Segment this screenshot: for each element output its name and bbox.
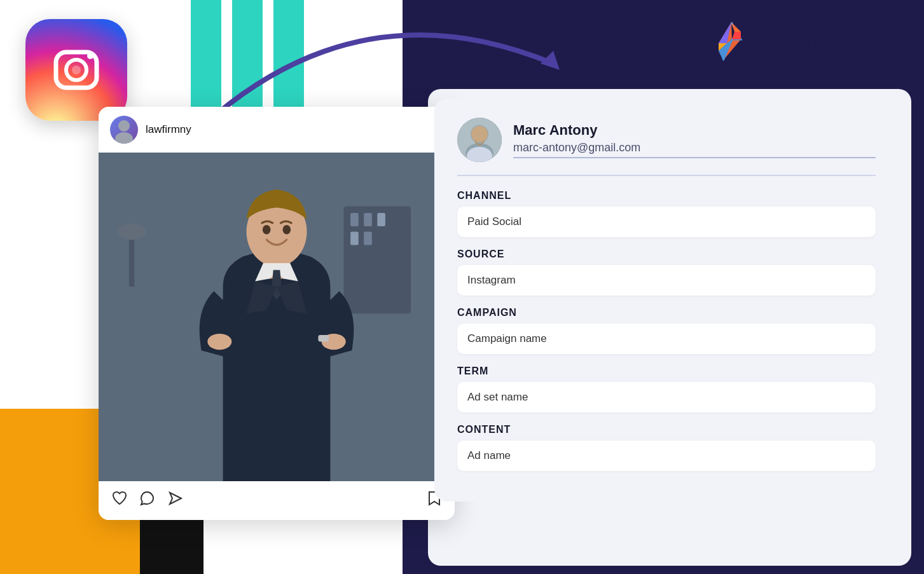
card-header: lawfirmny ⋮ xyxy=(99,107,455,153)
card-left-actions xyxy=(111,490,427,511)
campaign-input[interactable] xyxy=(457,324,876,354)
svg-point-5 xyxy=(118,120,130,132)
svg-point-4 xyxy=(87,53,93,59)
channel-label: CHANNEL xyxy=(457,190,876,202)
user-info-row: Marc Antony marc-antony@gmail.com xyxy=(457,118,876,176)
svg-point-3 xyxy=(72,65,81,74)
instagram-post-card: lawfirmny ⋮ xyxy=(99,107,455,520)
campaign-form-field: CAMPAIGN xyxy=(457,307,876,354)
svg-point-6 xyxy=(115,132,133,144)
svg-point-21 xyxy=(263,225,271,235)
svg-point-22 xyxy=(282,225,291,235)
card-footer xyxy=(99,481,455,520)
jotform-icon xyxy=(709,19,754,64)
term-form-field: TERM xyxy=(457,366,876,413)
post-image xyxy=(99,153,455,481)
svg-rect-10 xyxy=(364,213,372,226)
user-avatar xyxy=(457,118,502,162)
svg-rect-11 xyxy=(377,213,385,226)
svg-rect-13 xyxy=(364,232,372,245)
svg-rect-20 xyxy=(318,335,329,342)
share-icon[interactable] xyxy=(167,490,184,511)
instagram-logo xyxy=(25,19,127,121)
svg-rect-12 xyxy=(350,232,359,245)
svg-rect-14 xyxy=(129,233,134,287)
svg-point-27 xyxy=(471,126,488,142)
content-input[interactable] xyxy=(457,441,876,471)
post-username: lawfirmny xyxy=(146,123,421,136)
user-details: Marc Antony marc-antony@gmail.com xyxy=(513,122,876,158)
channel-input[interactable] xyxy=(457,207,876,237)
source-form-field: SOURCE xyxy=(457,249,876,296)
campaign-label: CAMPAIGN xyxy=(457,307,876,318)
user-name: Marc Antony xyxy=(513,122,876,139)
form-panel: Marc Antony marc-antony@gmail.com CHANNE… xyxy=(434,99,899,502)
form-fields: CHANNEL SOURCE CAMPAIGN TERM CONTENT xyxy=(457,190,876,471)
svg-point-18 xyxy=(207,334,231,350)
source-label: SOURCE xyxy=(457,249,876,260)
content-label: CONTENT xyxy=(457,424,876,435)
comment-icon[interactable] xyxy=(139,490,156,511)
user-email: marc-antony@gmail.com xyxy=(513,141,876,158)
svg-point-15 xyxy=(117,224,146,240)
channel-form-field: CHANNEL xyxy=(457,190,876,237)
post-avatar xyxy=(110,116,138,144)
source-input[interactable] xyxy=(457,265,876,296)
svg-rect-9 xyxy=(350,213,359,226)
jotform-logo-area: Jotform xyxy=(709,19,886,64)
content-form-field: CONTENT xyxy=(457,424,876,471)
like-icon[interactable] xyxy=(111,490,128,511)
term-input[interactable] xyxy=(457,382,876,413)
term-label: TERM xyxy=(457,366,876,377)
jotform-brand-name: Jotform xyxy=(762,22,886,61)
